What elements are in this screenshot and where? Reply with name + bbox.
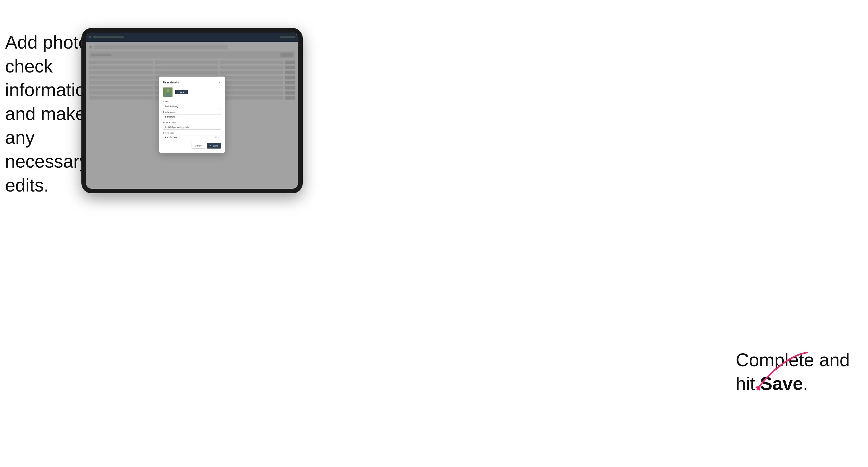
email-input[interactable] <box>163 125 221 130</box>
name-field-group: Name <box>163 100 221 109</box>
school-year-select[interactable]: Fourth Year ✕ ⌄ <box>163 135 221 140</box>
close-icon[interactable]: × <box>218 81 221 84</box>
modal-header: User details × <box>163 81 221 84</box>
save-icon: ⬆ <box>210 145 212 147</box>
chevron-down-icon[interactable]: ⌄ <box>218 136 219 138</box>
name-label: Name <box>163 100 221 103</box>
modal-title: User details <box>163 81 179 84</box>
photo-upload-row: Upload <box>163 87 221 97</box>
clear-icon[interactable]: ✕ <box>215 136 217 138</box>
modal-footer: Cancel ⬆ Save <box>163 143 221 149</box>
annotation-right: Complete and hit Save. <box>736 348 853 396</box>
upload-button[interactable]: Upload <box>175 90 188 94</box>
school-year-field-group: School Year Fourth Year ✕ ⌄ <box>163 132 221 140</box>
display-name-label: Display name <box>163 111 221 113</box>
user-details-modal: User details × Upload <box>159 76 225 153</box>
display-name-input[interactable] <box>163 114 221 119</box>
school-year-label: School Year <box>163 132 221 134</box>
name-input[interactable] <box>163 104 221 109</box>
display-name-field-group: Display name <box>163 111 221 119</box>
select-icons: ✕ ⌄ <box>215 136 219 138</box>
svg-rect-5 <box>163 88 173 97</box>
tablet-screen: User details × Upload <box>86 33 298 189</box>
annotation-right-bold: Save <box>760 373 803 394</box>
save-label: Save <box>213 145 218 147</box>
modal-overlay: User details × Upload <box>86 33 298 189</box>
cancel-button[interactable]: Cancel <box>192 143 205 149</box>
tablet-frame: User details × Upload <box>82 28 303 193</box>
school-year-value: Fourth Year <box>165 136 215 138</box>
email-field-group: Email address <box>163 121 221 130</box>
save-button[interactable]: ⬆ Save <box>207 143 221 149</box>
annotation-right-text2: . <box>803 373 808 394</box>
email-label: Email address <box>163 121 221 124</box>
photo-thumbnail <box>163 87 173 97</box>
